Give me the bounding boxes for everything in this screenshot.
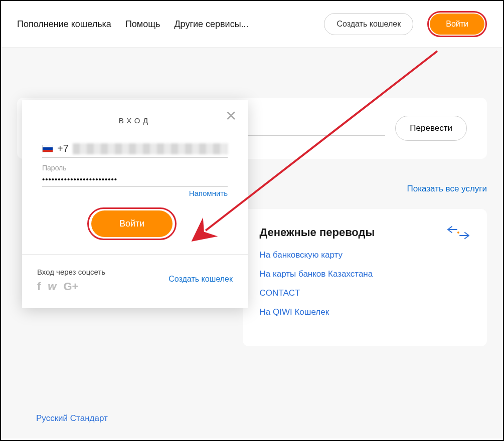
create-wallet-link[interactable]: Создать кошелек [169, 275, 233, 284]
login-footer: Вход через соцсеть f w G+ Создать кошеле… [22, 254, 248, 308]
transfer-link-card[interactable]: На банковскую карту [260, 250, 470, 260]
annotation-highlight-login-header: Войти [427, 11, 487, 37]
bank-link-russian-standard[interactable]: Русский Стандарт [36, 413, 108, 423]
facebook-icon[interactable]: f [37, 280, 41, 293]
transfer-link-kz[interactable]: На карты банков Казахстана [260, 269, 470, 279]
vk-icon[interactable]: w [48, 280, 56, 293]
close-icon[interactable]: ✕ [225, 109, 237, 123]
login-title: ВХОД [42, 116, 228, 125]
social-login-title: Вход через соцсеть [37, 268, 105, 276]
password-label: Пароль [42, 164, 228, 172]
google-plus-icon[interactable]: G+ [63, 280, 78, 293]
nav-other-services[interactable]: Другие сервисы... [174, 19, 248, 30]
login-submit-button[interactable]: Войти [91, 210, 173, 237]
annotation-highlight-login-submit: Войти [87, 207, 177, 240]
create-wallet-button[interactable]: Создать кошелек [324, 13, 413, 35]
phone-value-redacted [73, 143, 228, 154]
money-transfers-title: Денежные переводы [260, 226, 470, 239]
money-transfers-box: Денежные переводы На банковскую карту На… [243, 209, 487, 346]
phone-field[interactable]: +7 [42, 140, 228, 158]
nav-help[interactable]: Помощь [125, 19, 160, 30]
nav-topup[interactable]: Пополнение кошелька [17, 19, 111, 30]
login-modal: ✕ ВХОД +7 Пароль •••••••••••••••••••••••… [22, 100, 248, 308]
password-field[interactable]: •••••••••••••••••••••••• [42, 172, 228, 187]
transfer-link-qiwi[interactable]: На QIWI Кошелек [260, 307, 470, 317]
remind-link[interactable]: Напомнить [42, 189, 228, 197]
transfer-arrows-icon [447, 226, 470, 241]
flag-ru-icon [42, 145, 53, 152]
svg-point-0 [457, 232, 459, 234]
header: Пополнение кошелька Помощь Другие сервис… [1, 1, 503, 48]
transfer-button[interactable]: Перевести [395, 116, 467, 141]
transfer-link-contact[interactable]: CONTACT [260, 288, 470, 298]
login-button-header[interactable]: Войти [430, 14, 484, 35]
show-all-link[interactable]: Показать все услуги [407, 184, 487, 193]
phone-prefix: +7 [57, 143, 69, 154]
